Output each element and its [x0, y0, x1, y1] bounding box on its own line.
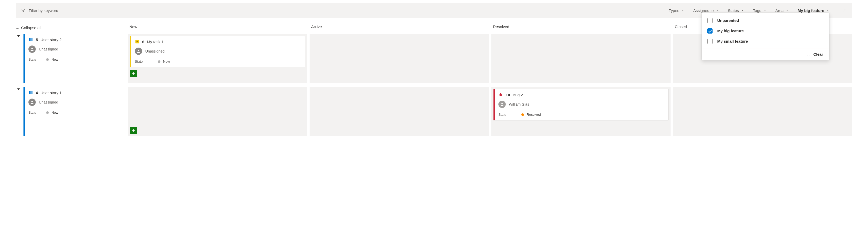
task-icon [135, 39, 140, 44]
work-item-id: 10 [506, 92, 510, 97]
filter-bar: Types Assigned to States Tags Area My bi… [16, 3, 852, 18]
filter-chip-label: Tags [753, 8, 761, 13]
assignee-label: Unassigned [39, 100, 58, 104]
row-expand-toggle[interactable] [17, 35, 20, 37]
parent-filter-dropdown: Unparented My big feature My small featu… [702, 13, 829, 60]
collapse-all-button[interactable]: ︽ Collapse all [16, 23, 128, 33]
state-field-label: State [135, 60, 143, 64]
svg-point-10 [501, 103, 503, 104]
chevron-down-icon [826, 9, 829, 12]
work-item-id: 6 [142, 40, 144, 44]
funnel-icon [21, 8, 26, 13]
work-item-id: 4 [36, 90, 38, 95]
work-item-title: User story 2 [40, 37, 62, 42]
chevron-down-icon [741, 9, 744, 12]
checkbox-icon [707, 18, 713, 23]
child-card[interactable]: 10 Bug 2 William Glas State Resolved [493, 89, 669, 120]
state-dot-icon [521, 113, 524, 116]
collapse-all-label: Collapse all [21, 26, 41, 30]
filter-chip-assigned-to[interactable]: Assigned to [693, 8, 719, 13]
unassigned-avatar-icon [28, 45, 36, 53]
dropdown-option-label: Unparented [717, 18, 739, 23]
svg-rect-3 [135, 40, 139, 43]
unassigned-avatar-icon [135, 48, 142, 55]
column-header-resolved: Resolved [491, 23, 671, 33]
add-work-item-button[interactable] [130, 127, 137, 134]
chevron-down-icon [785, 9, 789, 12]
filter-chip-label: Area [775, 8, 784, 13]
board-cell-resolved[interactable] [491, 34, 671, 83]
svg-rect-6 [31, 91, 33, 94]
dropdown-option-label: My big feature [717, 29, 744, 33]
column-header-new: New [128, 23, 307, 33]
add-work-item-button[interactable] [130, 70, 137, 77]
work-item-title: My task 1 [147, 40, 163, 44]
board-cell-active[interactable] [310, 87, 489, 136]
work-item-title: Bug 2 [513, 92, 523, 97]
filter-chip-states[interactable]: States [728, 8, 744, 13]
assignee-label: Unassigned [39, 47, 58, 51]
swimlane: 4 User story 1 Unassigned State New [16, 87, 852, 136]
filter-chip-types[interactable]: Types [669, 8, 684, 13]
dropdown-option-my-big-feature[interactable]: My big feature [702, 26, 829, 36]
svg-point-2 [31, 48, 33, 49]
state-value: New [51, 57, 58, 62]
work-item-id: 5 [36, 37, 38, 42]
svg-rect-5 [29, 91, 31, 94]
dropdown-footer: Clear [702, 48, 829, 60]
checkbox-icon [707, 39, 713, 44]
board-cell-active[interactable] [310, 34, 489, 83]
person-avatar-icon [498, 101, 506, 108]
board-cell-resolved[interactable]: 10 Bug 2 William Glas State Resolved [491, 87, 671, 136]
board-cell-new[interactable] [128, 87, 307, 136]
svg-point-7 [31, 101, 33, 102]
state-field-label: State [498, 113, 506, 117]
filter-input-wrapper [21, 8, 133, 13]
collapse-icon: ︽ [16, 26, 19, 29]
filter-chip-parent[interactable]: My big feature Unparented My big feature… [798, 8, 829, 13]
dropdown-option-label: My small feature [717, 39, 748, 43]
filter-chips: Types Assigned to States Tags Area My bi… [669, 8, 847, 13]
bug-icon [498, 92, 503, 97]
filter-chip-label: My big feature [798, 8, 824, 13]
column-header-active: Active [310, 23, 489, 33]
unassigned-avatar-icon [28, 99, 36, 106]
close-filter-icon[interactable] [843, 8, 847, 12]
dropdown-clear-label: Clear [813, 52, 823, 56]
close-icon [806, 52, 811, 56]
work-item-title: User story 1 [40, 90, 62, 95]
svg-point-4 [138, 50, 139, 51]
state-field-label: State [28, 57, 36, 62]
assignee-label: William Glas [509, 102, 529, 106]
row-expand-toggle[interactable] [17, 88, 20, 90]
state-field-label: State [28, 111, 36, 114]
filter-input[interactable] [29, 8, 133, 13]
child-card[interactable]: 6 My task 1 Unassigned State New [130, 36, 305, 67]
filter-chip-label: Types [669, 8, 679, 13]
state-value: New [163, 60, 170, 64]
dropdown-option-my-small-feature[interactable]: My small feature [702, 36, 829, 46]
filter-chip-label: States [728, 8, 739, 13]
dropdown-clear-button[interactable]: Clear [806, 52, 823, 56]
chevron-down-icon [764, 9, 767, 12]
state-value: Resolved [527, 113, 541, 117]
user-story-icon [28, 90, 33, 95]
state-dot-icon [46, 111, 49, 114]
parent-card[interactable]: 4 User story 1 Unassigned State New [24, 87, 117, 136]
assignee-label: Unassigned [145, 49, 164, 53]
state-dot-icon [46, 58, 49, 61]
filter-chip-label: Assigned to [693, 8, 714, 13]
filter-chip-tags[interactable]: Tags [753, 8, 767, 13]
svg-point-9 [500, 93, 501, 94]
dropdown-option-unparented[interactable]: Unparented [702, 15, 829, 26]
board-cell-new[interactable]: 6 My task 1 Unassigned State New [128, 34, 307, 83]
checkbox-checked-icon [707, 28, 713, 34]
state-dot-icon [158, 60, 160, 63]
state-value: New [51, 111, 58, 114]
svg-rect-0 [29, 38, 31, 41]
board-cell-closed[interactable] [673, 87, 852, 136]
chevron-down-icon [681, 9, 684, 12]
filter-chip-area[interactable]: Area [775, 8, 789, 13]
parent-card[interactable]: 5 User story 2 Unassigned State New [24, 34, 117, 83]
svg-rect-1 [31, 38, 33, 41]
